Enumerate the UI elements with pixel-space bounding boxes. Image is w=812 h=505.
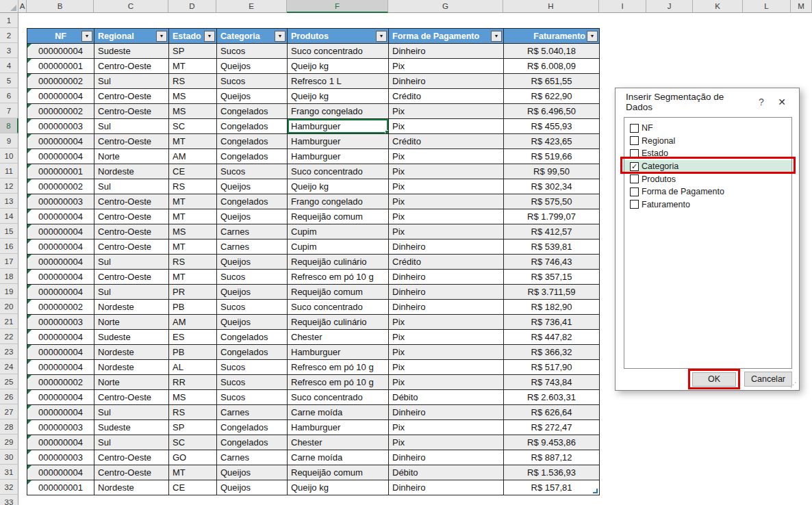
- table-cell[interactable]: R$ 357,15: [504, 270, 600, 285]
- table-cell[interactable]: Pix: [389, 375, 504, 390]
- table-cell[interactable]: 000000002: [27, 300, 94, 315]
- table-cell[interactable]: MS: [169, 390, 217, 405]
- table-cell[interactable]: Dinheiro: [389, 450, 504, 465]
- table-cell[interactable]: Queijos: [217, 315, 288, 330]
- checkbox-unchecked-icon[interactable]: [630, 124, 639, 133]
- field-item-nf[interactable]: NF: [624, 122, 791, 135]
- checkbox-unchecked-icon[interactable]: [630, 187, 639, 196]
- table-cell[interactable]: Centro-Oeste: [94, 89, 169, 104]
- table-cell[interactable]: R$ 157,81: [504, 480, 600, 495]
- table-cell[interactable]: Sucos: [217, 44, 288, 59]
- table-cell[interactable]: Queijos: [217, 285, 288, 300]
- column-header-I[interactable]: I: [599, 0, 646, 13]
- table-cell[interactable]: Suco concentrado: [288, 390, 389, 405]
- table-cell[interactable]: R$ 517,90: [504, 360, 600, 375]
- table-cell[interactable]: RS: [169, 405, 217, 420]
- row-header-5[interactable]: 5: [0, 73, 18, 88]
- table-cell[interactable]: Sudeste: [94, 44, 169, 59]
- table-cell[interactable]: Dinheiro: [389, 480, 504, 495]
- table-cell[interactable]: Centro-Oeste: [94, 390, 169, 405]
- table-cell[interactable]: 000000002: [27, 74, 94, 89]
- table-cell[interactable]: Dinheiro: [389, 405, 504, 420]
- table-cell[interactable]: PB: [169, 345, 217, 360]
- table-cell[interactable]: MT: [169, 465, 217, 480]
- filter-button[interactable]: ▼: [81, 31, 92, 42]
- row-header-9[interactable]: 9: [0, 133, 18, 148]
- table-cell[interactable]: 000000004: [27, 345, 94, 360]
- column-header-H[interactable]: H: [503, 0, 599, 13]
- table-cell[interactable]: Queijo kg: [288, 59, 389, 74]
- column-header-F[interactable]: F: [287, 0, 388, 13]
- table-cell[interactable]: Refresco 1 L: [288, 74, 389, 89]
- table-cell[interactable]: Dinheiro: [389, 74, 504, 89]
- row-header-1[interactable]: 1: [0, 13, 18, 28]
- row-header-7[interactable]: 7: [0, 103, 18, 118]
- help-icon[interactable]: ?: [752, 96, 770, 107]
- table-cell[interactable]: 000000004: [27, 149, 94, 164]
- table-cell[interactable]: Crédito: [389, 255, 504, 270]
- select-all-corner[interactable]: [0, 0, 18, 13]
- table-cell[interactable]: Suco concentrado: [288, 164, 389, 179]
- table-cell[interactable]: Hamburguer: [288, 420, 389, 435]
- table-cell[interactable]: RS: [169, 255, 217, 270]
- table-cell[interactable]: Pix: [389, 315, 504, 330]
- row-header-8[interactable]: 8: [0, 118, 18, 133]
- table-cell[interactable]: Centro-Oeste: [94, 239, 169, 255]
- table-cell[interactable]: Sul: [94, 405, 169, 420]
- row-header-10[interactable]: 10: [0, 148, 18, 164]
- column-header-cell-faturamento[interactable]: Faturamento▼: [504, 29, 600, 44]
- table-cell[interactable]: R$ 412,57: [504, 224, 600, 239]
- table-cell[interactable]: R$ 539,81: [504, 239, 600, 255]
- table-cell[interactable]: Débito: [389, 390, 504, 405]
- table-cell[interactable]: Crédito: [389, 134, 504, 149]
- table-cell[interactable]: Pix: [389, 330, 504, 345]
- table-cell[interactable]: AM: [169, 149, 217, 164]
- table-cell[interactable]: Pix: [389, 360, 504, 375]
- table-cell[interactable]: Sucos: [217, 360, 288, 375]
- table-cell[interactable]: Norte: [94, 149, 169, 164]
- row-header-29[interactable]: 29: [0, 435, 18, 450]
- table-cell[interactable]: Nordeste: [94, 360, 169, 375]
- table-cell[interactable]: Queijos: [217, 59, 288, 74]
- table-cell[interactable]: Hamburguer: [288, 134, 389, 149]
- table-cell[interactable]: MS: [169, 89, 217, 104]
- table-cell[interactable]: Requeijão comum: [288, 285, 389, 300]
- table-cell[interactable]: Requeijão comum: [288, 465, 389, 480]
- table-cell[interactable]: 000000004: [27, 44, 94, 59]
- table-cell[interactable]: Cupim: [288, 239, 389, 255]
- field-item-forma-de-pagamento[interactable]: Forma de Pagamento: [624, 185, 791, 198]
- table-cell[interactable]: 000000004: [27, 224, 94, 239]
- table-cell[interactable]: MT: [169, 270, 217, 285]
- table-cell[interactable]: 000000001: [27, 164, 94, 179]
- table-cell[interactable]: Congelados: [217, 420, 288, 435]
- table-cell[interactable]: R$ 746,43: [504, 255, 600, 270]
- table-cell[interactable]: MS: [169, 224, 217, 239]
- table-cell[interactable]: Sucos: [217, 300, 288, 315]
- table-cell[interactable]: Pix: [389, 345, 504, 360]
- table-cell[interactable]: 000000002: [27, 104, 94, 119]
- table-cell[interactable]: 000000004: [27, 209, 94, 224]
- table-cell[interactable]: R$ 272,47: [504, 420, 600, 435]
- table-cell[interactable]: Pix: [389, 224, 504, 239]
- table-cell[interactable]: Carnes: [217, 405, 288, 420]
- table-cell[interactable]: Refresco em pó 10 g: [288, 375, 389, 390]
- table-cell[interactable]: Queijos: [217, 465, 288, 480]
- table-cell[interactable]: Pix: [389, 420, 504, 435]
- table-cell[interactable]: 000000003: [27, 315, 94, 330]
- table-cell[interactable]: Pix: [389, 149, 504, 164]
- column-header-cell-estado[interactable]: Estado▼: [169, 29, 217, 44]
- table-cell[interactable]: Centro-Oeste: [94, 450, 169, 465]
- row-header-27[interactable]: 27: [0, 404, 18, 419]
- column-header-D[interactable]: D: [168, 0, 216, 13]
- table-cell[interactable]: MT: [169, 239, 217, 255]
- table-cell[interactable]: Dinheiro: [389, 270, 504, 285]
- row-header-30[interactable]: 30: [0, 450, 18, 465]
- table-cell[interactable]: Requeijão culinário: [288, 315, 389, 330]
- table-cell[interactable]: Congelados: [217, 345, 288, 360]
- table-cell[interactable]: Queijos: [217, 179, 288, 194]
- column-header-E[interactable]: E: [216, 0, 287, 13]
- row-header-26[interactable]: 26: [0, 389, 18, 404]
- table-cell[interactable]: Carne moída: [288, 405, 389, 420]
- table-cell[interactable]: Pix: [389, 59, 504, 74]
- field-item-faturamento[interactable]: Faturamento: [624, 198, 791, 211]
